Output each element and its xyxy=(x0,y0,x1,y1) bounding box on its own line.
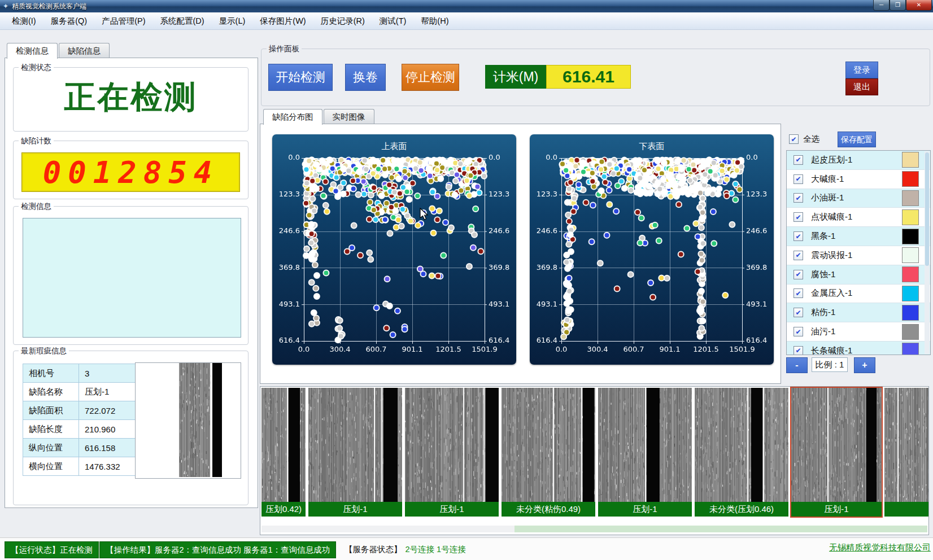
thumbnail-image xyxy=(502,388,595,502)
minimize-button[interactable]: ─ xyxy=(873,0,890,11)
thumbnail[interactable]: 未分类(粘伤0.49) xyxy=(502,388,595,517)
legend-item-checkbox[interactable]: ✔ xyxy=(794,327,803,336)
legend-item[interactable]: ✔点状碱痕-1 xyxy=(787,208,930,227)
status-bar: 【运行状态】正在检测 【操作结果】服务器2：查询信息成功 服务器1：查询信息成功… xyxy=(0,537,933,560)
tab-defect-info[interactable]: 缺陷信息 xyxy=(59,43,110,58)
thumbnail[interactable] xyxy=(884,388,928,517)
legend-item-label: 粘伤-1 xyxy=(811,307,835,318)
left-tabs: 检测信息 缺陷信息 xyxy=(7,43,111,59)
detect-status-value: 正在检测 xyxy=(14,68,248,126)
detect-info-box[interactable] xyxy=(23,218,241,338)
menu-item-3[interactable]: 系统配置(D) xyxy=(152,16,211,27)
legend-item-label: 长条碱痕-1 xyxy=(811,345,852,355)
legend-color-swatch xyxy=(902,343,919,355)
exit-button[interactable]: 退出 xyxy=(845,78,878,95)
chart-canvas[interactable] xyxy=(530,154,774,360)
table-cell-key: 缺陷名称 xyxy=(23,383,79,401)
scale-plus-button[interactable]: + xyxy=(854,357,875,373)
menu-item-6[interactable]: 历史记录(R) xyxy=(313,16,372,27)
defect-image-canvas xyxy=(136,363,239,477)
table-cell-key: 缺陷面积 xyxy=(23,401,79,420)
thumbnail[interactable]: 压划-1 xyxy=(791,388,882,517)
legend-item[interactable]: ✔大碱痕-1 xyxy=(787,170,930,189)
meter-value: 616.41 xyxy=(546,65,631,89)
login-button[interactable]: 登录 xyxy=(845,62,878,78)
defect-counter-display: 0012854 xyxy=(21,152,240,192)
legend-item[interactable]: ✔油污-1 xyxy=(787,322,930,342)
legend-item-checkbox[interactable]: ✔ xyxy=(794,270,803,279)
scale-minus-button[interactable]: - xyxy=(786,357,808,373)
legend-scrollbar[interactable] xyxy=(925,151,930,354)
select-all-checkbox[interactable]: ✔ xyxy=(789,134,799,144)
thumbnail-label: 未分类(压划0.46) xyxy=(695,502,788,517)
legend-item-checkbox[interactable]: ✔ xyxy=(794,193,803,203)
legend-item[interactable]: ✔腐蚀-1 xyxy=(787,265,930,285)
legend-item-checkbox[interactable]: ✔ xyxy=(794,251,803,260)
legend-color-swatch xyxy=(902,286,919,301)
latest-defect-image xyxy=(135,362,241,479)
thumbnail[interactable]: 未分类(压划0.46) xyxy=(695,388,788,517)
menu-item-7[interactable]: 测试(T) xyxy=(372,16,414,27)
save-config-button[interactable]: 保存配置 xyxy=(838,132,876,147)
thumbnail[interactable]: 压划-1 xyxy=(598,388,692,517)
legend-scroll-thumb[interactable] xyxy=(925,152,929,266)
legend-item-checkbox[interactable]: ✔ xyxy=(794,174,803,184)
window-title: 精质视觉检测系统客户端 xyxy=(12,2,86,11)
table-row: 相机号3 xyxy=(23,364,137,383)
legend-item-label: 腐蚀-1 xyxy=(811,269,835,280)
tab-live-image[interactable]: 实时图像 xyxy=(324,109,374,124)
run-status-badge: 【运行状态】正在检测 xyxy=(5,541,99,558)
legend-item-label: 点状碱痕-1 xyxy=(811,212,852,222)
latest-defect-title: 最新瑕疵信息 xyxy=(19,346,69,356)
select-all-row: ✔ 全选 xyxy=(789,134,819,145)
close-button[interactable]: ✕ xyxy=(906,0,932,11)
legend-item[interactable]: ✔小油斑-1 xyxy=(787,189,930,208)
thumbnail-label: 压划-1 xyxy=(308,502,402,517)
legend-item-checkbox[interactable]: ✔ xyxy=(794,288,803,298)
defect-type-list: ✔起皮压划-1✔大碱痕-1✔小油斑-1✔点状碱痕-1✔黑条-1✔震动误报-1✔腐… xyxy=(786,150,931,355)
legend-item[interactable]: ✔震动误报-1 xyxy=(787,246,930,265)
select-all-label: 全选 xyxy=(803,134,819,145)
thumbnail[interactable]: 压划-1 xyxy=(308,388,402,517)
change-roll-button[interactable]: 换卷 xyxy=(345,64,386,91)
thumbnail[interactable]: 压划0.42) xyxy=(261,388,306,517)
tab-defect-map[interactable]: 缺陷分布图 xyxy=(263,109,322,125)
legend-item-checkbox[interactable]: ✔ xyxy=(794,308,803,317)
menu-item-1[interactable]: 服务器(Q) xyxy=(43,16,94,27)
chart-canvas[interactable] xyxy=(272,154,516,360)
thumbnail-image xyxy=(598,388,692,502)
table-cell-key: 横向位置 xyxy=(23,457,79,476)
menu-item-2[interactable]: 产品管理(P) xyxy=(94,16,152,27)
menu-item-0[interactable]: 检测(I) xyxy=(5,16,43,27)
latest-defect-table: 相机号3缺陷名称压划-1缺陷面积722.072缺陷长度210.960纵向位置61… xyxy=(23,364,137,476)
horizontal-scrollbar[interactable] xyxy=(261,526,927,532)
legend-item-checkbox[interactable]: ✔ xyxy=(794,155,803,165)
company-link[interactable]: 无锡精质视觉科技有限公司 xyxy=(829,542,931,553)
h-scroll-thumb[interactable] xyxy=(515,526,927,532)
menu-item-8[interactable]: 帮助(H) xyxy=(413,16,456,27)
legend-item[interactable]: ✔金属压入-1 xyxy=(787,285,930,304)
legend-item[interactable]: ✔黑条-1 xyxy=(787,227,930,246)
table-row: 缺陷名称压划-1 xyxy=(23,383,137,401)
legend-item-label: 震动误报-1 xyxy=(811,250,852,261)
maximize-button[interactable]: ❐ xyxy=(890,0,906,11)
start-detect-button[interactable]: 开始检测 xyxy=(268,64,333,91)
left-panel: 检测状态 正在检测 缺陷计数 0012854 检测信息 最新瑕疵信息 相机号3缺… xyxy=(5,58,258,508)
tab-detect-info[interactable]: 检测信息 xyxy=(7,43,58,59)
legend-item[interactable]: ✔长条碱痕-1 xyxy=(787,342,930,355)
legend-item[interactable]: ✔粘伤-1 xyxy=(787,303,930,322)
legend-item-checkbox[interactable]: ✔ xyxy=(794,212,803,222)
menu-item-4[interactable]: 显示(L) xyxy=(212,16,253,27)
thumbnail[interactable]: 压划-1 xyxy=(405,388,499,517)
thumbnail-image xyxy=(695,388,788,502)
stop-detect-button[interactable]: 停止检测 xyxy=(402,64,459,91)
legend-item-checkbox[interactable]: ✔ xyxy=(794,231,803,241)
thumbnail-list: 压划0.42)压划-1压划-1未分类(粘伤0.49)压划-1未分类(压划0.46… xyxy=(261,388,928,517)
table-cell-value: 616.158 xyxy=(79,439,137,457)
legend-item-checkbox[interactable]: ✔ xyxy=(794,346,803,355)
legend-item[interactable]: ✔起皮压划-1 xyxy=(787,151,930,170)
legend-color-swatch xyxy=(902,266,919,282)
legend-item-label: 起皮压划-1 xyxy=(811,155,852,165)
menu-item-5[interactable]: 保存图片(W) xyxy=(252,16,313,27)
table-row: 缺陷长度210.960 xyxy=(23,420,137,439)
